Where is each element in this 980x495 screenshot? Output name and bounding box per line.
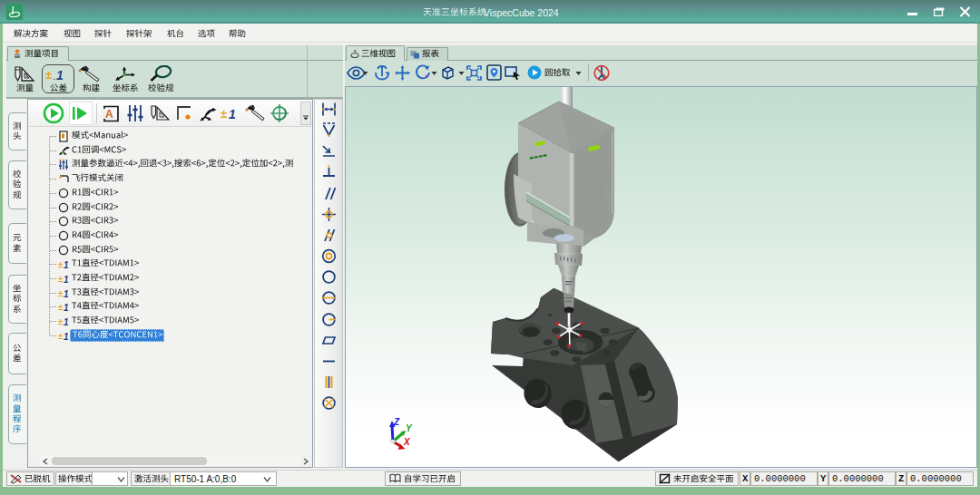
svg-text:1: 1 bbox=[64, 275, 69, 285]
svg-text:1: 1 bbox=[229, 107, 236, 121]
svg-text:Y: Y bbox=[406, 423, 413, 433]
svg-text:±: ± bbox=[58, 331, 63, 341]
svg-text:±: ± bbox=[58, 302, 63, 312]
svg-text:.: . bbox=[54, 73, 55, 82]
svg-text:1: 1 bbox=[64, 317, 69, 327]
svg-text:X: X bbox=[403, 437, 411, 447]
svg-text:A: A bbox=[105, 108, 113, 121]
svg-text:Z: Z bbox=[393, 417, 400, 427]
svg-text:1: 1 bbox=[64, 331, 69, 341]
svg-text:±: ± bbox=[58, 259, 63, 269]
svg-text:±: ± bbox=[220, 107, 227, 121]
svg-text:1: 1 bbox=[56, 68, 64, 81]
svg-text:1: 1 bbox=[64, 288, 69, 298]
svg-text:1: 1 bbox=[64, 260, 69, 270]
svg-text:1: 1 bbox=[64, 303, 69, 313]
svg-text:±: ± bbox=[58, 274, 63, 284]
svg-text:±: ± bbox=[45, 68, 52, 81]
svg-text:±: ± bbox=[58, 288, 63, 298]
svg-text:±: ± bbox=[58, 316, 63, 326]
